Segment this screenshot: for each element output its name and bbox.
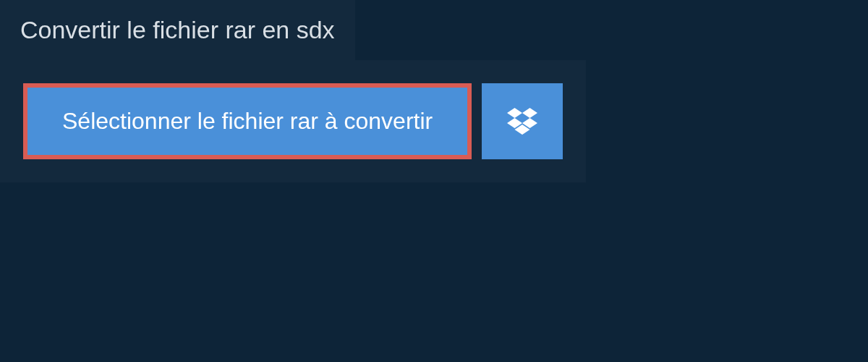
dropbox-icon — [507, 108, 537, 135]
title-box: Convertir le fichier rar en sdx — [0, 0, 355, 60]
select-file-label: Sélectionner le fichier rar à convertir — [62, 108, 433, 135]
dropbox-button[interactable] — [482, 83, 563, 159]
select-file-button[interactable]: Sélectionner le fichier rar à convertir — [23, 83, 472, 159]
action-section: Sélectionner le fichier rar à convertir — [0, 60, 586, 182]
page-title: Convertir le fichier rar en sdx — [20, 16, 335, 44]
button-row: Sélectionner le fichier rar à convertir — [23, 83, 563, 159]
converter-panel: Convertir le fichier rar en sdx Sélectio… — [0, 0, 868, 182]
